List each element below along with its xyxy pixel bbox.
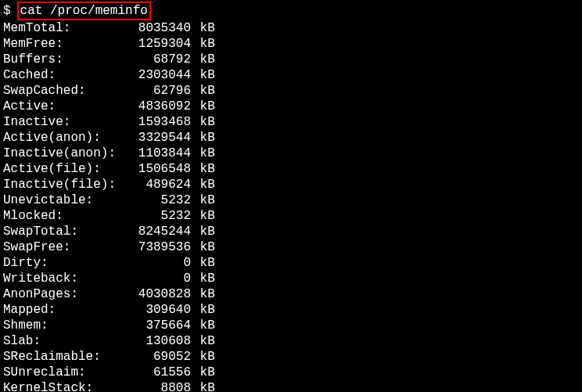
field-value: 0 (128, 255, 191, 271)
meminfo-row: Shmem:375664 kB (3, 318, 579, 333)
field-name: Cached: (3, 67, 128, 83)
field-unit: kB (192, 192, 215, 208)
field-unit: kB (192, 130, 215, 146)
field-value: 5232 (128, 192, 191, 208)
field-name: MemTotal: (3, 20, 128, 36)
field-name: Unevictable: (3, 192, 128, 208)
field-value: 489624 (128, 177, 191, 192)
meminfo-row: Active:4836092 kB (3, 99, 579, 114)
command-text: cat /proc/meminfo (20, 4, 148, 18)
field-unit: kB (192, 208, 215, 224)
field-value: 68792 (128, 52, 191, 67)
meminfo-row: MemFree:1259304 kB (3, 36, 579, 52)
meminfo-row: Cached:2303044 kB (3, 67, 579, 83)
meminfo-row: Inactive(anon):1103844 kB (3, 146, 579, 161)
field-unit: kB (192, 52, 215, 67)
field-unit: kB (192, 365, 215, 380)
meminfo-row: Active(anon):3329544 kB (3, 130, 579, 146)
field-unit: kB (192, 114, 215, 130)
field-unit: kB (192, 349, 215, 365)
meminfo-row: Inactive:1593468 kB (3, 114, 579, 130)
meminfo-row: AnonPages:4030828 kB (3, 286, 579, 302)
meminfo-row: SwapCached:62796 kB (3, 83, 579, 99)
field-unit: kB (192, 36, 215, 52)
field-value: 7389536 (128, 239, 191, 255)
field-name: Inactive: (3, 114, 128, 130)
meminfo-row: Writeback:0 kB (3, 271, 579, 286)
meminfo-row: SReclaimable:69052 kB (3, 349, 579, 365)
field-name: Mapped: (3, 302, 128, 318)
field-unit: kB (192, 286, 215, 302)
field-name: Shmem: (3, 318, 128, 333)
field-value: 5232 (128, 208, 191, 224)
field-unit: kB (192, 20, 215, 36)
field-unit: kB (192, 333, 215, 349)
field-unit: kB (192, 255, 215, 271)
field-value: 62796 (128, 83, 191, 99)
command-prompt-line[interactable]: $ cat /proc/meminfo (3, 2, 579, 20)
field-value: 1103844 (128, 146, 191, 161)
meminfo-row: Inactive(file):489624 kB (3, 177, 579, 192)
command-highlight: cat /proc/meminfo (17, 2, 151, 20)
field-unit: kB (192, 177, 215, 192)
field-value: 375664 (128, 318, 191, 333)
meminfo-row: Active(file):1506548 kB (3, 161, 579, 177)
meminfo-row: Buffers:68792 kB (3, 52, 579, 67)
meminfo-row: MemTotal:8035340 kB (3, 20, 579, 36)
field-name: Writeback: (3, 271, 128, 286)
field-value: 3329544 (128, 130, 191, 146)
field-value: 4030828 (128, 286, 191, 302)
field-name: Inactive(anon): (3, 146, 128, 161)
field-name: Active(file): (3, 161, 128, 177)
field-name: SwapTotal: (3, 224, 128, 239)
field-name: Inactive(file): (3, 177, 128, 192)
prompt-symbol: $ (3, 3, 11, 19)
field-name: Mlocked: (3, 208, 128, 224)
field-value: 0 (128, 271, 191, 286)
meminfo-row: SUnreclaim:61556 kB (3, 365, 579, 380)
meminfo-row: Mlocked:5232 kB (3, 208, 579, 224)
field-value: 4836092 (128, 99, 191, 114)
field-value: 1259304 (128, 36, 191, 52)
field-unit: kB (192, 318, 215, 333)
field-name: Slab: (3, 333, 128, 349)
field-value: 8808 (128, 380, 191, 392)
field-value: 1593468 (128, 114, 191, 130)
field-name: SReclaimable: (3, 349, 128, 365)
field-name: Dirty: (3, 255, 128, 271)
field-unit: kB (192, 239, 215, 255)
field-value: 309640 (128, 302, 191, 318)
meminfo-row: Dirty:0 kB (3, 255, 579, 271)
field-value: 8035340 (128, 20, 191, 36)
field-name: Active(anon): (3, 130, 128, 146)
field-name: SwapFree: (3, 239, 128, 255)
meminfo-row: SwapFree:7389536 kB (3, 239, 579, 255)
field-value: 130608 (128, 333, 191, 349)
field-unit: kB (192, 67, 215, 83)
field-name: Buffers: (3, 52, 128, 67)
meminfo-row: Unevictable:5232 kB (3, 192, 579, 208)
field-unit: kB (192, 271, 215, 286)
field-value: 69052 (128, 349, 191, 365)
field-value: 61556 (128, 365, 191, 380)
field-unit: kB (192, 380, 215, 392)
field-name: MemFree: (3, 36, 128, 52)
field-unit: kB (192, 161, 215, 177)
meminfo-row: KernelStack:8808 kB (3, 380, 579, 392)
field-name: KernelStack: (3, 380, 128, 392)
field-name: AnonPages: (3, 286, 128, 302)
field-unit: kB (192, 224, 215, 239)
field-name: SUnreclaim: (3, 365, 128, 380)
field-unit: kB (192, 302, 215, 318)
field-value: 1506548 (128, 161, 191, 177)
meminfo-row: SwapTotal:8245244 kB (3, 224, 579, 239)
field-name: SwapCached: (3, 83, 128, 99)
field-value: 2303044 (128, 67, 191, 83)
field-unit: kB (192, 83, 215, 99)
field-unit: kB (192, 146, 215, 161)
meminfo-row: Mapped:309640 kB (3, 302, 579, 318)
meminfo-row: Slab:130608 kB (3, 333, 579, 349)
field-value: 8245244 (128, 224, 191, 239)
field-unit: kB (192, 99, 215, 114)
command-output: MemTotal:8035340 kBMemFree:1259304 kBBuf… (3, 20, 579, 392)
